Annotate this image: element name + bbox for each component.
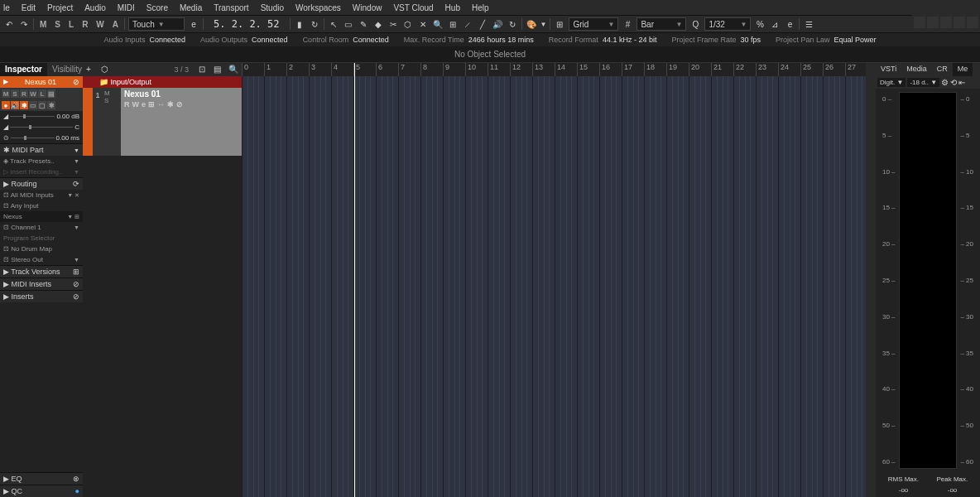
automation-mode-dropdown[interactable]: Touch▼ <box>128 17 185 31</box>
line-tool-icon[interactable]: ╱ <box>477 18 488 30</box>
insp-freeze-button[interactable]: ❄ <box>20 101 28 109</box>
track-b1-icon[interactable]: ↔ <box>157 100 165 109</box>
menu-project[interactable]: Project <box>47 3 73 12</box>
automation-settings-icon[interactable]: e <box>188 18 199 30</box>
solo-all-button[interactable]: S <box>52 20 63 29</box>
mute-tool-icon[interactable]: ✕ <box>417 18 429 30</box>
track-color-strip[interactable] <box>83 88 93 156</box>
draw-tool-icon[interactable]: ✎ <box>358 18 369 30</box>
insp-b6-button[interactable]: ✱ <box>47 101 55 109</box>
track-b3-icon[interactable]: ⊘ <box>176 100 183 109</box>
menu-window[interactable]: Window <box>353 3 382 12</box>
listen-button[interactable]: L <box>66 20 76 29</box>
menu-hub[interactable]: Hub <box>445 3 460 12</box>
section-track-versions[interactable]: ▶ Track Versions⊞ <box>0 265 83 277</box>
midi-input-dropdown[interactable]: ⊡ All MIDI Inputs▼ ✕ <box>0 190 83 200</box>
view-btn-5[interactable] <box>967 17 978 28</box>
qc-icon[interactable]: ● <box>75 487 79 495</box>
tab-cr[interactable]: CR <box>932 63 953 76</box>
mute-all-button[interactable]: M <box>37 20 49 29</box>
insp-b4-button[interactable]: ▭ <box>29 101 37 109</box>
meter-reset-icon[interactable]: ⟲ <box>950 78 957 87</box>
select-tool-icon[interactable]: ↖ <box>328 18 339 30</box>
erase-tool-icon[interactable]: ◆ <box>372 18 384 30</box>
color-icon[interactable]: 🎨 <box>526 18 537 30</box>
meter-settings-icon[interactable]: ⚙ <box>941 78 949 87</box>
menu-transport[interactable]: Transport <box>214 3 248 12</box>
menu-edit[interactable]: Edit <box>22 3 36 12</box>
drum-map-dropdown[interactable]: ⊡ No Drum Map <box>0 244 83 254</box>
play-tool-icon[interactable]: 🔊 <box>492 18 503 30</box>
io-channels-row[interactable]: 📁 Input/Output <box>83 76 242 88</box>
inserts-icon[interactable]: ⊘ <box>73 292 79 301</box>
filter-icon[interactable]: ▤ <box>214 65 223 75</box>
grid-type-icon[interactable]: # <box>622 18 633 30</box>
track-row[interactable]: 1 M S Nexus 01 R W e ⊞ ↔ ✱ ⊘ <box>83 88 242 156</box>
insp-lock-button[interactable]: L <box>38 89 46 98</box>
insp-monitor-button[interactable]: 🔊 <box>11 101 19 109</box>
channel-dropdown[interactable]: ⊡ Channel 1▼ <box>0 222 83 233</box>
snap-icon[interactable]: ⊞ <box>554 18 565 30</box>
program-selector[interactable]: Program Selector <box>0 233 83 244</box>
menu-file[interactable]: le <box>3 3 10 12</box>
tab-visibility[interactable]: Visibility <box>47 63 87 76</box>
track-mute-button[interactable]: M <box>104 89 119 97</box>
bypass-icon[interactable]: ⊘ <box>73 78 79 86</box>
menu-help[interactable]: Help <box>472 3 489 12</box>
tab-vsti[interactable]: VSTi <box>876 63 901 76</box>
track-write-button[interactable]: W <box>132 100 140 109</box>
playhead[interactable] <box>354 63 355 497</box>
track-solo-button[interactable]: S <box>104 97 119 104</box>
scrollbar-vertical[interactable] <box>866 63 876 497</box>
section-eq[interactable]: ▶ EQ⊗ <box>0 472 83 485</box>
delay-slider[interactable] <box>11 138 55 138</box>
instrument-dropdown[interactable]: Nexus▼ ⊞ <box>0 211 83 222</box>
menu-studio[interactable]: Studio <box>261 3 284 12</box>
menu-score[interactable]: Score <box>147 3 168 12</box>
track-presets[interactable]: ◈ Track Presets..▼ <box>0 156 83 166</box>
track-settings-icon[interactable]: ⬡ <box>101 65 111 75</box>
comp-tool-icon[interactable]: ⊞ <box>447 18 459 30</box>
range-tool-icon[interactable]: ▭ <box>343 18 354 30</box>
tab-inspector[interactable]: Inspector <box>0 63 47 76</box>
snap-type-dropdown[interactable]: Grid▼ <box>569 17 618 31</box>
midi-inserts-icon[interactable]: ⊘ <box>73 280 79 288</box>
track-name-header[interactable]: ▶Nexus 01⊘ <box>0 76 83 88</box>
glue-tool-icon[interactable]: ⬡ <box>402 18 414 30</box>
timewarp-tool-icon[interactable]: ⟋ <box>462 18 473 30</box>
quantize-dropdown[interactable]: 1/32▼ <box>704 17 751 31</box>
tab-meter[interactable]: Me <box>953 63 973 76</box>
view-btn-3[interactable] <box>940 17 952 28</box>
quantize-apply-icon[interactable]: ⊿ <box>769 18 781 30</box>
tab-media[interactable]: Media <box>901 63 932 76</box>
insert-recording[interactable]: ▷ Insert Recording..▼ <box>0 166 83 177</box>
routing-bypass-icon[interactable]: ⟳ <box>73 180 79 188</box>
section-qc[interactable]: ▶ QC● <box>0 485 83 497</box>
eq-icon[interactable]: ⊗ <box>73 475 79 483</box>
stereo-out-dropdown[interactable]: ⊡ Stereo Out▼ <box>0 254 83 265</box>
zoom-tool-icon[interactable]: 🔍 <box>432 18 444 30</box>
quantize-icon[interactable]: Q <box>689 18 701 30</box>
arrange-area[interactable]: 0123456789101112131415161718192021222324… <box>242 63 866 497</box>
versions-icon[interactable]: ⊞ <box>73 268 79 276</box>
redo-icon[interactable]: ↷ <box>18 18 30 30</box>
view-btn-1[interactable] <box>914 17 925 28</box>
view-btn-2[interactable] <box>927 17 939 28</box>
menu-midi[interactable]: MIDI <box>118 3 135 12</box>
section-midi-inserts[interactable]: ▶ MIDI Inserts⊘ <box>0 277 83 290</box>
cycle-icon[interactable]: ↻ <box>309 18 320 30</box>
meter-scale-dropdown[interactable]: -18 d.. ▼ <box>907 78 939 87</box>
track-name[interactable]: Nexus 01 <box>124 89 238 99</box>
section-inserts[interactable]: ▶ Inserts⊘ <box>0 290 83 302</box>
menu-media[interactable]: Media <box>180 3 202 12</box>
view-btn-4[interactable] <box>954 17 965 28</box>
pan-slider[interactable] <box>10 127 73 128</box>
track-read-button[interactable]: R <box>124 100 130 109</box>
grid-type-dropdown[interactable]: Bar▼ <box>637 17 686 31</box>
settings-icon[interactable]: ☰ <box>803 18 814 30</box>
split-tool-icon[interactable]: ✂ <box>387 18 399 30</box>
meter-digit-dropdown[interactable]: Digit. ▼ <box>877 78 906 87</box>
any-input-dropdown[interactable]: ⊡ Any Input <box>0 200 83 211</box>
expand-icon[interactable]: ⊡ <box>199 65 209 75</box>
insp-record-button[interactable]: ● <box>2 101 10 109</box>
